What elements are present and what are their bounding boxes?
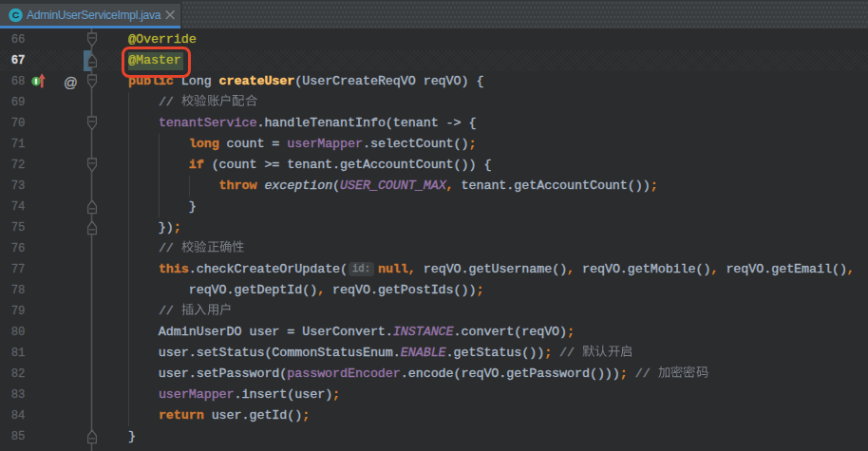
svg-text:C: C (12, 9, 19, 20)
svg-text:@: @ (64, 75, 78, 90)
